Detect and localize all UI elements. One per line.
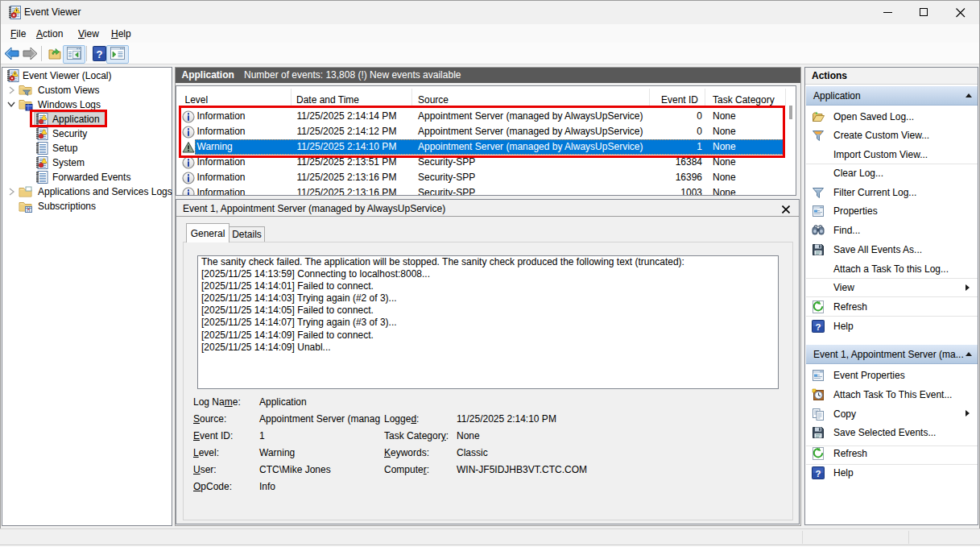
svg-text:?: ? (97, 48, 103, 60)
svg-text:?: ? (815, 468, 821, 478)
svg-text:?: ? (815, 321, 821, 331)
